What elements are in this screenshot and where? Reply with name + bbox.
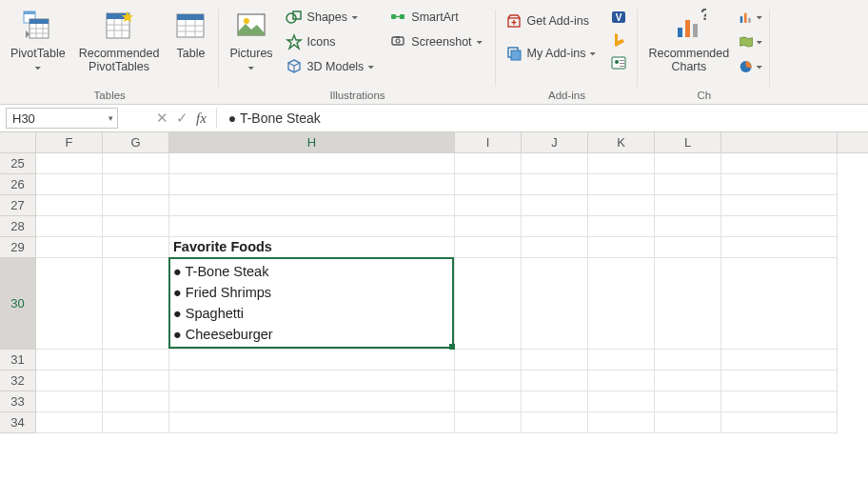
cancel-icon[interactable]: ✕ — [156, 110, 168, 127]
cell[interactable] — [169, 371, 455, 391]
cell[interactable] — [588, 237, 655, 258]
row-header[interactable]: 25 — [0, 153, 35, 174]
cell[interactable] — [721, 371, 838, 391]
cell[interactable] — [721, 195, 838, 216]
cell[interactable] — [522, 237, 588, 258]
cell[interactable] — [721, 174, 838, 195]
cell[interactable] — [36, 216, 103, 237]
row-header[interactable]: 34 — [0, 412, 35, 433]
column-header[interactable]: J — [522, 132, 588, 152]
cell[interactable]: Favorite Foods — [169, 237, 455, 258]
cell[interactable] — [455, 174, 522, 195]
cell[interactable] — [36, 174, 103, 195]
name-box[interactable]: ▾ — [6, 108, 118, 129]
cell[interactable] — [655, 258, 721, 350]
cell[interactable] — [455, 216, 522, 237]
cell[interactable] — [588, 195, 655, 216]
name-box-input[interactable] — [7, 111, 94, 126]
cell[interactable] — [103, 153, 169, 174]
cell[interactable] — [522, 195, 588, 216]
cell[interactable] — [655, 153, 721, 174]
cell[interactable] — [103, 350, 169, 371]
pivottable-button[interactable]: PivotTable⏷ — [6, 4, 70, 74]
cell[interactable] — [588, 216, 655, 237]
cell[interactable] — [36, 195, 103, 216]
formula-input[interactable]: ● T-Bone Steak — [217, 105, 868, 131]
cell[interactable] — [36, 391, 103, 412]
cell[interactable] — [522, 371, 588, 391]
row-header[interactable]: 26 — [0, 174, 35, 195]
cell[interactable] — [455, 195, 522, 216]
column-header[interactable]: K — [588, 132, 655, 152]
table-button[interactable]: Table — [168, 4, 213, 74]
cell[interactable] — [721, 216, 838, 237]
cell[interactable] — [455, 237, 522, 258]
map-chart-button[interactable]: ⏷ — [738, 30, 764, 53]
icons-button[interactable]: Icons — [282, 30, 383, 53]
visio-addin-icon[interactable]: V — [609, 8, 628, 27]
row-header[interactable]: 30 — [0, 258, 35, 350]
cell[interactable] — [588, 174, 655, 195]
pictures-button[interactable]: Pictures⏷ — [225, 4, 277, 74]
cell[interactable] — [522, 258, 588, 350]
row-header[interactable]: 33 — [0, 391, 35, 412]
column-header[interactable]: F — [36, 132, 103, 152]
row-header[interactable]: 28 — [0, 216, 35, 237]
cell[interactable] — [721, 237, 838, 258]
cell[interactable] — [36, 258, 103, 350]
enter-icon[interactable]: ✓ — [176, 110, 188, 127]
cell[interactable] — [36, 371, 103, 391]
cell[interactable] — [588, 412, 655, 433]
cell[interactable] — [455, 258, 522, 350]
column-header[interactable]: H — [169, 132, 455, 152]
people-addin-icon[interactable] — [609, 53, 628, 72]
column-header[interactable]: I — [455, 132, 522, 152]
row-header[interactable]: 29 — [0, 237, 35, 258]
cell[interactable] — [103, 195, 169, 216]
row-header[interactable]: 27 — [0, 195, 35, 216]
cell[interactable] — [455, 350, 522, 371]
cell[interactable] — [169, 216, 455, 237]
cell[interactable] — [588, 391, 655, 412]
cell[interactable] — [522, 174, 588, 195]
cell[interactable] — [455, 153, 522, 174]
bing-addin-icon[interactable] — [609, 30, 628, 50]
column-chart-button[interactable]: ⏷ — [738, 6, 764, 29]
my-addins-button[interactable]: My Add-ins ⏷ — [502, 42, 604, 65]
cell[interactable] — [721, 412, 838, 433]
smartart-button[interactable]: SmartArt — [385, 6, 489, 29]
cell[interactable] — [36, 237, 103, 258]
cell[interactable] — [655, 391, 721, 412]
cell[interactable] — [455, 391, 522, 412]
cell[interactable] — [103, 258, 169, 350]
cell[interactable] — [36, 350, 103, 371]
fx-button[interactable]: fx — [196, 110, 207, 127]
row-header[interactable]: 31 — [0, 350, 35, 371]
cell[interactable] — [103, 237, 169, 258]
pie-chart-button[interactable]: ⏷ — [738, 55, 764, 78]
cell[interactable] — [655, 216, 721, 237]
cell[interactable] — [455, 371, 522, 391]
cell[interactable] — [36, 412, 103, 433]
cell[interactable]: ● T-Bone Steak● Fried Shrimps● Spaghetti… — [169, 258, 455, 350]
cell[interactable] — [588, 153, 655, 174]
cell[interactable] — [721, 391, 838, 412]
column-header[interactable]: L — [655, 132, 721, 152]
cell[interactable] — [721, 350, 838, 371]
cell[interactable] — [588, 258, 655, 350]
cells-area[interactable]: Favorite Foods● T-Bone Steak● Fried Shri… — [36, 153, 868, 481]
shapes-button[interactable]: Shapes ⏷ — [282, 6, 383, 29]
cell[interactable] — [721, 153, 838, 174]
cell[interactable] — [522, 412, 588, 433]
cell[interactable] — [103, 174, 169, 195]
cell[interactable] — [103, 371, 169, 391]
cell[interactable] — [455, 412, 522, 433]
cell[interactable] — [655, 174, 721, 195]
cell[interactable] — [169, 174, 455, 195]
cell[interactable] — [655, 350, 721, 371]
cell[interactable] — [36, 153, 103, 174]
cell[interactable] — [655, 237, 721, 258]
spreadsheet-grid[interactable]: FGHIJKL 25262728293031323334 Favorite Fo… — [0, 132, 868, 481]
cell[interactable] — [169, 153, 455, 174]
cell[interactable] — [721, 258, 838, 350]
